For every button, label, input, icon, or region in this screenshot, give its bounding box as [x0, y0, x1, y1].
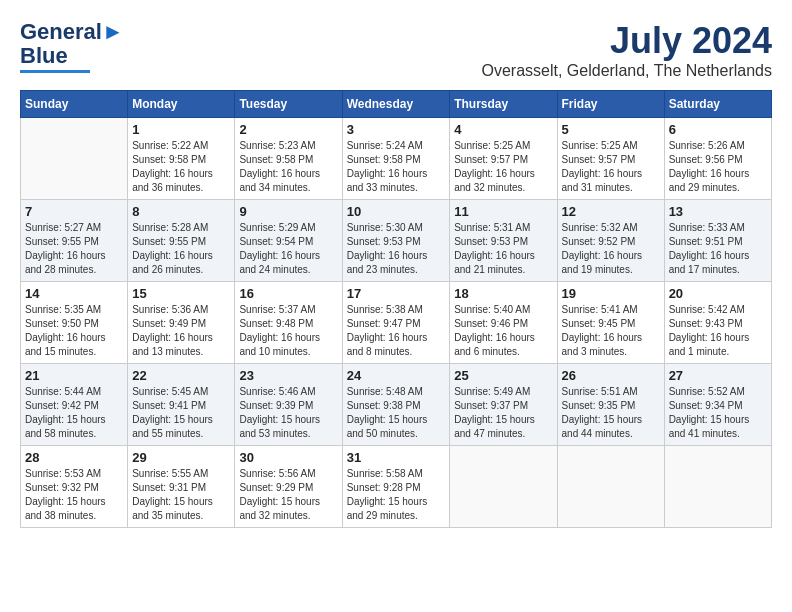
col-friday: Friday: [557, 91, 664, 118]
day-info: Sunrise: 5:42 AM Sunset: 9:43 PM Dayligh…: [669, 303, 767, 359]
table-row: [21, 118, 128, 200]
day-info: Sunrise: 5:40 AM Sunset: 9:46 PM Dayligh…: [454, 303, 552, 359]
day-info: Sunrise: 5:36 AM Sunset: 9:49 PM Dayligh…: [132, 303, 230, 359]
day-number: 16: [239, 286, 337, 301]
day-number: 10: [347, 204, 446, 219]
col-tuesday: Tuesday: [235, 91, 342, 118]
day-number: 21: [25, 368, 123, 383]
col-monday: Monday: [128, 91, 235, 118]
logo: General►Blue: [20, 20, 124, 73]
day-info: Sunrise: 5:53 AM Sunset: 9:32 PM Dayligh…: [25, 467, 123, 523]
day-info: Sunrise: 5:37 AM Sunset: 9:48 PM Dayligh…: [239, 303, 337, 359]
day-info: Sunrise: 5:51 AM Sunset: 9:35 PM Dayligh…: [562, 385, 660, 441]
day-number: 19: [562, 286, 660, 301]
table-row: 21Sunrise: 5:44 AM Sunset: 9:42 PM Dayli…: [21, 364, 128, 446]
table-row: 31Sunrise: 5:58 AM Sunset: 9:28 PM Dayli…: [342, 446, 450, 528]
table-row: [664, 446, 771, 528]
day-number: 25: [454, 368, 552, 383]
table-row: 1Sunrise: 5:22 AM Sunset: 9:58 PM Daylig…: [128, 118, 235, 200]
logo-text: General►Blue: [20, 20, 124, 68]
day-number: 1: [132, 122, 230, 137]
day-info: Sunrise: 5:38 AM Sunset: 9:47 PM Dayligh…: [347, 303, 446, 359]
location: Overasselt, Gelderland, The Netherlands: [481, 62, 772, 80]
day-number: 13: [669, 204, 767, 219]
day-number: 7: [25, 204, 123, 219]
day-info: Sunrise: 5:29 AM Sunset: 9:54 PM Dayligh…: [239, 221, 337, 277]
day-number: 18: [454, 286, 552, 301]
day-info: Sunrise: 5:49 AM Sunset: 9:37 PM Dayligh…: [454, 385, 552, 441]
day-info: Sunrise: 5:30 AM Sunset: 9:53 PM Dayligh…: [347, 221, 446, 277]
day-number: 4: [454, 122, 552, 137]
table-row: 28Sunrise: 5:53 AM Sunset: 9:32 PM Dayli…: [21, 446, 128, 528]
day-info: Sunrise: 5:25 AM Sunset: 9:57 PM Dayligh…: [562, 139, 660, 195]
table-row: 30Sunrise: 5:56 AM Sunset: 9:29 PM Dayli…: [235, 446, 342, 528]
table-row: 17Sunrise: 5:38 AM Sunset: 9:47 PM Dayli…: [342, 282, 450, 364]
table-row: 7Sunrise: 5:27 AM Sunset: 9:55 PM Daylig…: [21, 200, 128, 282]
table-row: 16Sunrise: 5:37 AM Sunset: 9:48 PM Dayli…: [235, 282, 342, 364]
month-year: July 2024: [481, 20, 772, 62]
day-number: 5: [562, 122, 660, 137]
calendar-table: Sunday Monday Tuesday Wednesday Thursday…: [20, 90, 772, 528]
page-header: General►Blue July 2024 Overasselt, Gelde…: [20, 20, 772, 80]
col-sunday: Sunday: [21, 91, 128, 118]
day-number: 14: [25, 286, 123, 301]
day-info: Sunrise: 5:56 AM Sunset: 9:29 PM Dayligh…: [239, 467, 337, 523]
day-info: Sunrise: 5:32 AM Sunset: 9:52 PM Dayligh…: [562, 221, 660, 277]
day-number: 22: [132, 368, 230, 383]
day-info: Sunrise: 5:46 AM Sunset: 9:39 PM Dayligh…: [239, 385, 337, 441]
day-number: 12: [562, 204, 660, 219]
day-info: Sunrise: 5:33 AM Sunset: 9:51 PM Dayligh…: [669, 221, 767, 277]
col-wednesday: Wednesday: [342, 91, 450, 118]
day-info: Sunrise: 5:45 AM Sunset: 9:41 PM Dayligh…: [132, 385, 230, 441]
table-row: 10Sunrise: 5:30 AM Sunset: 9:53 PM Dayli…: [342, 200, 450, 282]
table-row: 12Sunrise: 5:32 AM Sunset: 9:52 PM Dayli…: [557, 200, 664, 282]
day-info: Sunrise: 5:35 AM Sunset: 9:50 PM Dayligh…: [25, 303, 123, 359]
table-row: 18Sunrise: 5:40 AM Sunset: 9:46 PM Dayli…: [450, 282, 557, 364]
day-info: Sunrise: 5:41 AM Sunset: 9:45 PM Dayligh…: [562, 303, 660, 359]
table-row: 8Sunrise: 5:28 AM Sunset: 9:55 PM Daylig…: [128, 200, 235, 282]
day-number: 31: [347, 450, 446, 465]
table-row: 23Sunrise: 5:46 AM Sunset: 9:39 PM Dayli…: [235, 364, 342, 446]
day-number: 17: [347, 286, 446, 301]
table-row: 26Sunrise: 5:51 AM Sunset: 9:35 PM Dayli…: [557, 364, 664, 446]
day-number: 9: [239, 204, 337, 219]
day-info: Sunrise: 5:48 AM Sunset: 9:38 PM Dayligh…: [347, 385, 446, 441]
table-row: 4Sunrise: 5:25 AM Sunset: 9:57 PM Daylig…: [450, 118, 557, 200]
day-number: 27: [669, 368, 767, 383]
day-number: 24: [347, 368, 446, 383]
day-number: 2: [239, 122, 337, 137]
day-number: 8: [132, 204, 230, 219]
day-info: Sunrise: 5:44 AM Sunset: 9:42 PM Dayligh…: [25, 385, 123, 441]
table-row: 3Sunrise: 5:24 AM Sunset: 9:58 PM Daylig…: [342, 118, 450, 200]
table-row: 24Sunrise: 5:48 AM Sunset: 9:38 PM Dayli…: [342, 364, 450, 446]
day-info: Sunrise: 5:31 AM Sunset: 9:53 PM Dayligh…: [454, 221, 552, 277]
table-row: 22Sunrise: 5:45 AM Sunset: 9:41 PM Dayli…: [128, 364, 235, 446]
day-number: 20: [669, 286, 767, 301]
day-info: Sunrise: 5:55 AM Sunset: 9:31 PM Dayligh…: [132, 467, 230, 523]
day-info: Sunrise: 5:22 AM Sunset: 9:58 PM Dayligh…: [132, 139, 230, 195]
table-row: 13Sunrise: 5:33 AM Sunset: 9:51 PM Dayli…: [664, 200, 771, 282]
calendar-week-row: 1Sunrise: 5:22 AM Sunset: 9:58 PM Daylig…: [21, 118, 772, 200]
day-number: 15: [132, 286, 230, 301]
calendar-week-row: 21Sunrise: 5:44 AM Sunset: 9:42 PM Dayli…: [21, 364, 772, 446]
day-info: Sunrise: 5:24 AM Sunset: 9:58 PM Dayligh…: [347, 139, 446, 195]
table-row: 25Sunrise: 5:49 AM Sunset: 9:37 PM Dayli…: [450, 364, 557, 446]
day-number: 28: [25, 450, 123, 465]
table-row: 2Sunrise: 5:23 AM Sunset: 9:58 PM Daylig…: [235, 118, 342, 200]
day-info: Sunrise: 5:52 AM Sunset: 9:34 PM Dayligh…: [669, 385, 767, 441]
day-info: Sunrise: 5:26 AM Sunset: 9:56 PM Dayligh…: [669, 139, 767, 195]
day-info: Sunrise: 5:27 AM Sunset: 9:55 PM Dayligh…: [25, 221, 123, 277]
table-row: 9Sunrise: 5:29 AM Sunset: 9:54 PM Daylig…: [235, 200, 342, 282]
table-row: 29Sunrise: 5:55 AM Sunset: 9:31 PM Dayli…: [128, 446, 235, 528]
day-info: Sunrise: 5:28 AM Sunset: 9:55 PM Dayligh…: [132, 221, 230, 277]
title-block: July 2024 Overasselt, Gelderland, The Ne…: [481, 20, 772, 80]
table-row: 19Sunrise: 5:41 AM Sunset: 9:45 PM Dayli…: [557, 282, 664, 364]
table-row: 11Sunrise: 5:31 AM Sunset: 9:53 PM Dayli…: [450, 200, 557, 282]
table-row: 20Sunrise: 5:42 AM Sunset: 9:43 PM Dayli…: [664, 282, 771, 364]
table-row: 14Sunrise: 5:35 AM Sunset: 9:50 PM Dayli…: [21, 282, 128, 364]
day-number: 11: [454, 204, 552, 219]
calendar-week-row: 7Sunrise: 5:27 AM Sunset: 9:55 PM Daylig…: [21, 200, 772, 282]
col-saturday: Saturday: [664, 91, 771, 118]
day-info: Sunrise: 5:25 AM Sunset: 9:57 PM Dayligh…: [454, 139, 552, 195]
logo-underline: [20, 70, 90, 73]
